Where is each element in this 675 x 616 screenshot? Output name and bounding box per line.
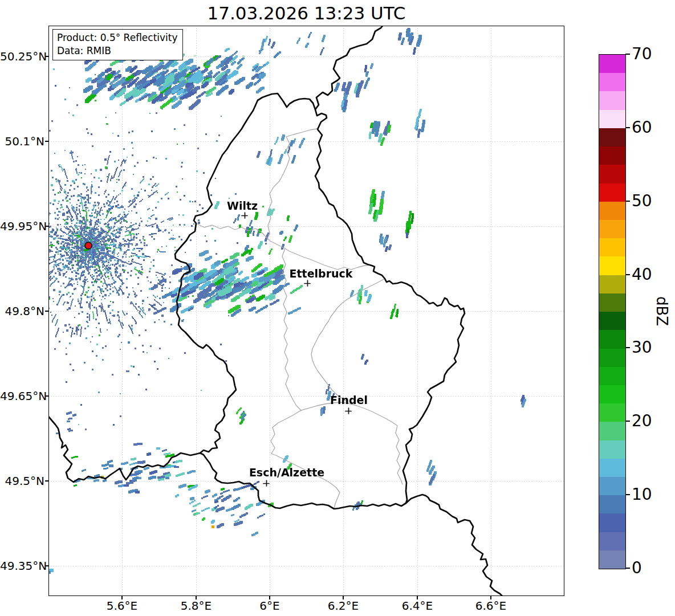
colorbar-tick-label: 30	[632, 338, 652, 357]
colorbar-segment	[599, 459, 625, 477]
colorbar-segment	[599, 330, 625, 348]
y-tick-mark	[45, 395, 48, 397]
radar-map-canvas	[48, 26, 564, 596]
x-tick-label: 5.8°E	[168, 598, 225, 613]
y-tick-label: 50.1°N	[0, 134, 44, 149]
data-source-line: Data: RMIB	[57, 44, 178, 58]
y-tick-label: 49.35°N	[0, 558, 44, 573]
city-label: Findel	[298, 394, 400, 406]
y-tick-label: 49.95°N	[0, 219, 44, 234]
colorbar-segment	[599, 110, 625, 128]
colorbar-tick-label: 70	[632, 44, 652, 64]
colorbar-segment	[599, 349, 625, 367]
colorbar-segment	[599, 55, 625, 73]
x-tick-mark	[121, 596, 123, 599]
colorbar-segment	[599, 422, 625, 440]
colorbar-segment	[599, 165, 625, 183]
product-info-box: Product: 0.5° Reflectivity Data: RMIB	[52, 29, 183, 60]
colorbar-segment	[599, 550, 625, 569]
colorbar-tick-mark	[625, 568, 630, 569]
colorbar-tick-mark	[625, 54, 630, 55]
colorbar-tick-label: 20	[632, 411, 652, 431]
colorbar-segment	[599, 91, 625, 109]
x-tick-mark	[343, 596, 344, 599]
colorbar-segment	[599, 495, 625, 513]
colorbar-tick-mark	[625, 421, 630, 422]
y-tick-mark	[45, 311, 48, 312]
colorbar-segment	[599, 403, 625, 422]
x-tick-label: 6.6°E	[462, 598, 519, 613]
radar-figure: 17.03.2026 13:23 UTC Product: 0.5° Refle…	[0, 0, 675, 616]
city-label: Ettelbruck	[270, 267, 372, 280]
x-tick-label: 5.6°E	[93, 598, 151, 613]
colorbar-tick-mark	[625, 201, 630, 202]
x-tick-mark	[490, 596, 491, 599]
colorbar-segment	[599, 293, 625, 312]
colorbar-tick-label: 10	[632, 485, 652, 504]
y-tick-label: 50.25°N	[0, 49, 44, 64]
product-line: Product: 0.5° Reflectivity	[57, 31, 178, 44]
colorbar-tick-mark	[625, 494, 630, 495]
x-tick-label: 6.4°E	[389, 598, 446, 613]
colorbar-segment	[599, 220, 625, 238]
colorbar-segment	[599, 275, 625, 293]
y-tick-mark	[45, 565, 48, 566]
colorbar-tick-label: 40	[632, 265, 652, 284]
x-tick-mark	[196, 596, 197, 599]
colorbar-segment	[599, 146, 625, 165]
colorbar-segment	[599, 256, 625, 275]
figure-title: 17.03.2026 13:23 UTC	[48, 3, 564, 23]
x-tick-mark	[417, 596, 418, 599]
colorbar-tick-mark	[625, 274, 630, 275]
colorbar-tick-label: 50	[632, 191, 652, 211]
colorbar-tick-label: 0	[632, 558, 642, 578]
y-tick-mark	[45, 141, 48, 142]
y-tick-mark	[45, 56, 48, 57]
colorbar-segment	[599, 128, 625, 146]
x-tick-label: 6°E	[241, 598, 298, 613]
colorbar-segment	[599, 532, 625, 550]
colorbar-tick-mark	[625, 127, 630, 128]
x-tick-label: 6.2°E	[315, 598, 372, 613]
y-tick-label: 49.65°N	[0, 389, 44, 403]
colorbar-segment	[599, 312, 625, 330]
x-tick-mark	[269, 596, 270, 599]
colorbar-unit-label: dBZ	[653, 288, 670, 334]
colorbar-segment	[599, 183, 625, 202]
colorbar-segment	[599, 238, 625, 256]
colorbar-segment	[599, 385, 625, 403]
dbz-colorbar	[599, 54, 626, 569]
colorbar-segment	[599, 477, 625, 495]
y-tick-mark	[45, 480, 48, 482]
colorbar-segment	[599, 202, 625, 220]
y-tick-mark	[45, 226, 48, 227]
y-tick-label: 49.5°N	[0, 474, 44, 488]
city-label: Wiltz	[191, 199, 294, 212]
y-tick-label: 49.8°N	[0, 304, 44, 319]
colorbar-segment	[599, 440, 625, 459]
city-label: Esch/Alzette	[235, 466, 338, 479]
colorbar-segment	[599, 367, 625, 385]
colorbar-segment	[599, 73, 625, 91]
colorbar-segment	[599, 513, 625, 532]
colorbar-tick-label: 60	[632, 118, 652, 137]
colorbar-tick-mark	[625, 347, 630, 348]
